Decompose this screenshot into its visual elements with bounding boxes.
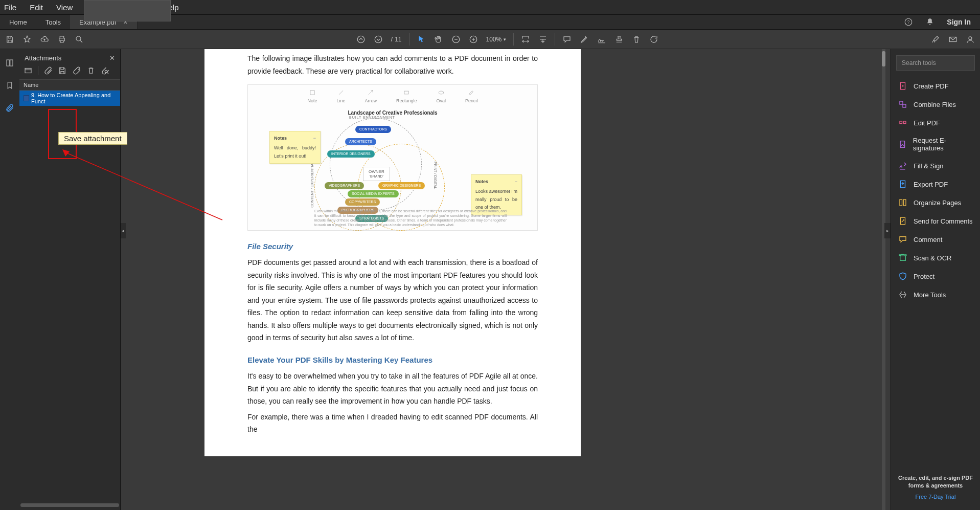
print-icon[interactable] [57, 35, 66, 44]
diagram-arc-top: BUILT ENVIRONMENT [349, 115, 395, 121]
svg-rect-19 [900, 121, 902, 124]
page-total: 11 [395, 36, 401, 43]
highlight-icon[interactable] [580, 35, 589, 44]
vertical-scrollbar[interactable] [882, 49, 885, 510]
tool-edit-pdf[interactable]: Edit PDF [891, 114, 980, 132]
cloud-upload-icon[interactable] [40, 35, 49, 44]
svg-rect-24 [904, 199, 906, 206]
tool-esign[interactable]: Request E-signatures [891, 132, 980, 157]
tool-scan-ocr[interactable]: Scan & OCR [891, 249, 980, 267]
account-icon[interactable] [966, 35, 975, 44]
collapse-left-icon[interactable]: ◂ [121, 223, 126, 238]
expand-right-icon[interactable]: ▸ [884, 223, 891, 238]
sign-icon[interactable] [597, 35, 606, 44]
zoom-in-icon[interactable] [469, 35, 478, 44]
heading-file-security: File Security [247, 240, 538, 253]
doc-paragraph-elevate: It's easy to be overwhelmed when you try… [247, 370, 538, 408]
svg-rect-14 [404, 91, 408, 94]
page-input[interactable] [84, 0, 171, 21]
pointer-icon[interactable] [417, 35, 426, 44]
svg-point-4 [375, 36, 382, 43]
doc-paragraph-cut: For example, there was a time when I dre… [247, 411, 538, 436]
fit-width-icon[interactable] [521, 35, 530, 44]
right-tools-panel: ▸ Search tools Create PDF Combine Files … [891, 49, 980, 510]
zoom-out-icon[interactable] [451, 35, 461, 44]
open-attachment-icon[interactable] [43, 66, 53, 75]
edit-text-icon[interactable] [931, 35, 940, 44]
menu-edit[interactable]: Edit [30, 3, 43, 12]
rotate-icon[interactable] [649, 35, 658, 44]
tool-fill-sign[interactable]: Fill & Sign [891, 157, 980, 175]
diagram-tool-arrow: Arrow [364, 89, 377, 105]
page-sep: / [391, 36, 393, 43]
search-icon[interactable] [75, 35, 84, 44]
add-attachment-icon[interactable] [72, 66, 81, 75]
menu-view[interactable]: View [56, 3, 73, 12]
stamp-icon[interactable] [614, 35, 624, 44]
search-attachment-icon[interactable] [101, 66, 110, 75]
close-panel-icon[interactable]: ✕ [109, 54, 115, 62]
free-trial-link[interactable]: Free 7-Day Trial [896, 493, 975, 501]
tool-comment[interactable]: Comment [891, 230, 980, 249]
hand-icon[interactable] [434, 35, 443, 44]
attachments-column-header[interactable]: Name [19, 79, 120, 91]
word-doc-icon [24, 95, 29, 101]
star-icon[interactable] [22, 35, 32, 44]
fit-page-icon[interactable] [538, 35, 548, 44]
help-icon[interactable]: ? [904, 17, 913, 27]
bell-icon[interactable] [925, 17, 935, 27]
sign-in-link[interactable]: Sign In [947, 18, 971, 26]
mail-icon[interactable] [948, 35, 958, 44]
tab-home[interactable]: Home [0, 15, 36, 29]
search-tools-input[interactable]: Search tools [896, 55, 975, 71]
attachment-icon[interactable] [5, 103, 14, 113]
tool-send-comments[interactable]: Send for Comments [891, 212, 980, 230]
heading-elevate: Elevate Your PDF Skills by Mastering Key… [247, 353, 538, 367]
doc-paragraph-intro: The following image illustrates how you … [247, 52, 538, 77]
svg-rect-21 [900, 141, 904, 148]
left-rail [0, 49, 19, 510]
save-attachment-icon[interactable] [58, 66, 67, 75]
attachment-filename: 9. How to Create Appealing and Funct [31, 92, 116, 104]
diagram-arc-left: CONTENT / EXPERIENTIAL [309, 162, 315, 208]
pdf-page: The following image illustrates how you … [204, 49, 581, 456]
svg-rect-10 [10, 60, 13, 66]
svg-text:?: ? [907, 20, 910, 25]
menu-file[interactable]: File [4, 3, 16, 12]
svg-rect-26 [900, 256, 906, 260]
thumbnails-icon[interactable] [5, 58, 14, 68]
svg-rect-18 [903, 104, 906, 107]
document-viewport[interactable]: ◂ The following image illustrates how yo… [121, 49, 891, 510]
page-indicator: / 11 [391, 36, 402, 43]
tool-more[interactable]: More Tools [891, 285, 980, 304]
svg-rect-9 [7, 60, 9, 66]
zoom-dropdown[interactable]: 100% ▾ [486, 36, 507, 43]
tab-tools[interactable]: Tools [36, 15, 70, 29]
page-up-icon[interactable] [356, 35, 366, 44]
attachments-title: Attachments [25, 54, 61, 62]
svg-rect-11 [25, 69, 31, 73]
doc-paragraph-security: PDF documents get passed around a lot an… [247, 256, 538, 344]
promo-banner: Create, edit, and e-sign PDFforms & agre… [891, 468, 980, 510]
diagram-caption: Even within the various design disciplin… [314, 209, 507, 227]
attach-options-icon[interactable] [24, 66, 33, 75]
comment-icon[interactable] [562, 35, 572, 44]
svg-rect-20 [904, 121, 906, 124]
svg-point-15 [439, 91, 443, 94]
tool-organize[interactable]: Organize Pages [891, 193, 980, 212]
diagram-tool-rect: Rectangle [396, 89, 417, 105]
attachment-row[interactable]: 9. How to Create Appealing and Funct [19, 91, 120, 106]
delete-attachment-icon[interactable] [86, 66, 96, 75]
bookmark-icon[interactable] [5, 81, 14, 90]
page-down-icon[interactable] [374, 35, 383, 44]
svg-rect-17 [900, 101, 903, 104]
tool-export[interactable]: Export PDF [891, 175, 980, 193]
delete-icon[interactable] [632, 35, 641, 44]
save-icon[interactable] [5, 35, 14, 44]
tool-create-pdf[interactable]: Create PDF [891, 77, 980, 95]
diagram-tool-line: Line [336, 89, 345, 105]
tool-combine[interactable]: Combine Files [891, 95, 980, 114]
diagram-tool-pencil: Pencil [465, 89, 478, 105]
tool-protect[interactable]: Protect [891, 267, 980, 285]
tooltip-save-attachment: Save attachment [58, 132, 127, 145]
